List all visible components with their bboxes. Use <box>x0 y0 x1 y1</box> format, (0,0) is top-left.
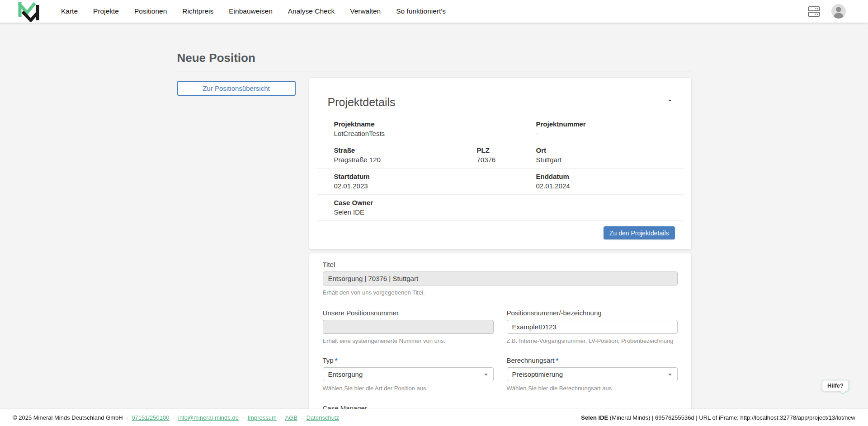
typ-select[interactable]: Entsorgung <box>323 367 494 381</box>
field-label: Startdatum <box>334 173 477 180</box>
field-projektnummer: Projektnummer - <box>536 120 684 137</box>
project-row: Case Owner Selen IDE <box>317 195 684 221</box>
server-icon[interactable] <box>808 6 820 17</box>
left-column: Zur Positionsübersicht <box>177 78 296 96</box>
nav-item-karte[interactable]: Karte <box>53 7 85 15</box>
field-value: 02.01.2024 <box>536 182 684 190</box>
berechnungsart-selected-value: Preisoptimierung <box>512 370 563 378</box>
phone-link[interactable]: 07151/250100 <box>132 414 169 421</box>
position-form-card: Titel Erhält den von uns vorgegebenen Ti… <box>309 253 691 426</box>
berechnungsart-group: Berechnungsart* Preisoptimierung Wählen … <box>507 356 678 392</box>
datenschutz-link[interactable]: Datenschutz <box>307 414 339 421</box>
field-label: Projektname <box>334 120 477 128</box>
footer-session-info: Selen IDE (Mineral Minds) | 69576255536d… <box>581 414 855 421</box>
typ-group: Typ* Entsorgung Wählen Sie hier die Art … <box>323 356 494 392</box>
copyright-text: © 2025 Mineral Minds Deutschland GmbH <box>13 414 123 421</box>
titel-input <box>323 272 678 286</box>
top-navigation-bar: Karte Projekte Positionen Richtpreis Ein… <box>0 0 868 23</box>
positionsnummer-help: Z.B. Interne-Vorgangsnummer, LV-Position… <box>507 337 678 344</box>
field-label: Enddatum <box>536 173 684 180</box>
field-ort: Ort Stuttgart <box>536 146 684 164</box>
separator: · <box>242 414 244 421</box>
field-value: 70376 <box>477 156 536 164</box>
positionsnummer-label: Positionsnummer/-bezeichnung <box>507 309 678 317</box>
typ-label: Typ* <box>323 356 494 364</box>
field-value: Stuttgart <box>536 156 684 164</box>
typ-selected-value: Entsorgung <box>328 370 363 378</box>
unsere-positionsnummer-group: Unsere Positionsnummer Erhält eine syste… <box>323 309 494 344</box>
field-label: Straße <box>334 146 477 154</box>
help-button[interactable]: Hilfe? <box>822 380 849 391</box>
required-asterisk: * <box>335 356 338 364</box>
typ-label-text: Typ <box>323 356 334 364</box>
title-divider <box>177 71 691 71</box>
field-label: Projektnummer <box>536 120 684 128</box>
required-asterisk: * <box>556 356 558 364</box>
main-nav: Karte Projekte Positionen Richtpreis Ein… <box>53 7 453 15</box>
unsere-positionsnummer-help: Erhält eine systemgenerierte Nummer von … <box>323 337 494 344</box>
session-user: Selen IDE <box>581 414 608 421</box>
positionsnummer-input[interactable] <box>507 320 678 334</box>
separator: · <box>301 414 303 421</box>
speech-bubble-tail <box>840 388 846 394</box>
berechnungsart-help: Wählen Sie hier die Berechnungsart aus. <box>507 385 678 392</box>
separator: · <box>280 414 282 421</box>
project-details-card: Projektdetails - Projektname LotCreation… <box>309 78 691 249</box>
field-plz: PLZ 70376 <box>477 146 536 164</box>
unsere-positionsnummer-input <box>323 320 494 334</box>
separator: · <box>173 414 175 421</box>
page-content: Neue Position Zur Positionsübersicht Pro… <box>177 23 691 426</box>
berechnungsart-select[interactable]: Preisoptimierung <box>507 367 678 381</box>
project-row: Straße Pragstraße 120 PLZ 70376 Ort Stut… <box>317 142 684 169</box>
impressum-link[interactable]: Impressum <box>247 414 276 421</box>
positionsnummer-group: Positionsnummer/-bezeichnung Z.B. Intern… <box>507 309 678 344</box>
field-strasse: Straße Pragstraße 120 <box>334 146 477 164</box>
nav-item-analyse-check[interactable]: Analyse Check <box>280 7 342 15</box>
collapse-icon[interactable]: - <box>669 96 671 103</box>
nav-item-so-funktionierts[interactable]: So funktioniert's <box>388 7 453 15</box>
right-column: Projektdetails - Projektname LotCreation… <box>309 78 691 426</box>
separator: · <box>126 414 128 421</box>
typ-help: Wählen Sie hier die Art der Position aus… <box>323 385 494 392</box>
agb-link[interactable]: AGB <box>285 414 297 421</box>
help-button-label: Hilfe? <box>827 382 844 389</box>
field-value: Selen IDE <box>334 208 477 216</box>
field-label: Case Owner <box>334 199 477 206</box>
field-label: Ort <box>536 146 684 154</box>
titel-group: Titel Erhält den von uns vorgegebenen Ti… <box>323 261 678 296</box>
unsere-positionsnummer-label: Unsere Positionsnummer <box>323 309 494 317</box>
footer-left: © 2025 Mineral Minds Deutschland GmbH · … <box>13 414 339 421</box>
nav-item-richtpreis[interactable]: Richtpreis <box>175 7 221 15</box>
nav-item-projekte[interactable]: Projekte <box>85 7 127 15</box>
field-value: Pragstraße 120 <box>334 156 477 164</box>
project-row: Projektname LotCreationTests Projektnumm… <box>317 116 684 142</box>
field-case-owner: Case Owner Selen IDE <box>334 199 477 216</box>
field-value: - <box>536 130 684 137</box>
go-to-project-details-button[interactable]: Zu den Projektdetails <box>604 226 675 239</box>
field-value: 02.01.2023 <box>334 182 477 190</box>
chevron-down-icon <box>484 374 488 376</box>
field-startdatum: Startdatum 02.01.2023 <box>334 173 477 190</box>
nav-item-positionen[interactable]: Positionen <box>127 7 175 15</box>
footer: © 2025 Mineral Minds Deutschland GmbH · … <box>0 409 868 426</box>
email-link[interactable]: info@mineral-minds.de <box>178 414 239 421</box>
field-label: PLZ <box>477 146 536 154</box>
nav-item-verwalten[interactable]: Verwalten <box>342 7 388 15</box>
titel-help: Erhält den von uns vorgegebenen Titel. <box>323 289 678 296</box>
field-enddatum: Enddatum 02.01.2024 <box>536 173 684 190</box>
field-value: LotCreationTests <box>334 130 477 137</box>
nav-item-einbauweisen[interactable]: Einbauweisen <box>221 7 280 15</box>
page-title: Neue Position <box>177 51 691 65</box>
session-details: (Mineral Minds) | 69576255536d | URL of … <box>608 414 855 421</box>
berechnungsart-label: Berechnungsart* <box>507 356 678 364</box>
chevron-down-icon <box>668 374 672 376</box>
titel-label: Titel <box>323 261 678 268</box>
mineral-minds-logo-icon[interactable] <box>17 1 41 22</box>
project-row: Startdatum 02.01.2023 Enddatum 02.01.202… <box>317 169 684 195</box>
user-avatar-icon[interactable] <box>831 4 846 19</box>
position-overview-button[interactable]: Zur Positionsübersicht <box>177 81 296 96</box>
project-card-title: Projektdetails <box>328 96 684 109</box>
header-actions <box>808 4 846 19</box>
berechnungsart-label-text: Berechnungsart <box>507 356 555 364</box>
field-projektname: Projektname LotCreationTests <box>334 120 477 137</box>
